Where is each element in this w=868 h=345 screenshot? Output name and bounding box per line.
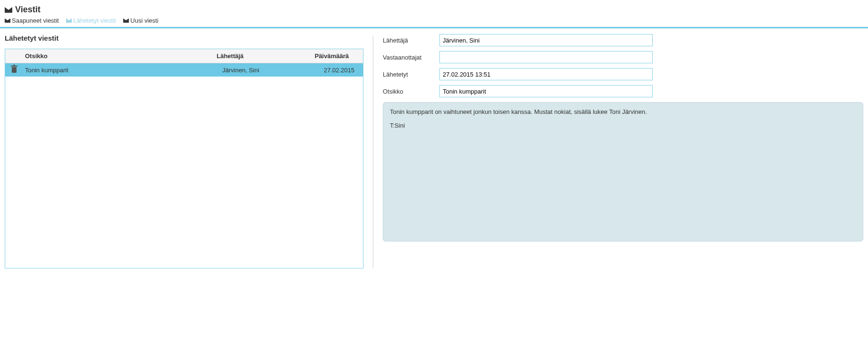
label-sent: Lähetetyt bbox=[383, 71, 439, 78]
col-sender[interactable]: Lähettäjä bbox=[217, 52, 302, 60]
main-area: Lähetetyt viestit Otsikko Lähettäjä Päiv… bbox=[0, 28, 868, 274]
tab-sent[interactable]: Lähetetyt viestit bbox=[66, 17, 116, 24]
label-subject: Otsikko bbox=[383, 88, 439, 95]
subject-field[interactable] bbox=[439, 85, 653, 97]
label-recipients: Vastaanottajat bbox=[383, 54, 439, 61]
envelope-icon bbox=[5, 7, 12, 13]
col-subject[interactable]: Otsikko bbox=[23, 52, 217, 60]
envelope-icon bbox=[66, 18, 72, 23]
label-sender: Lähettäjä bbox=[383, 37, 439, 44]
list-header: Otsikko Lähettäjä Päivämäärä bbox=[5, 49, 363, 63]
tabs-bar: Saapuneet viestit Lähetetyt viestit Uusi… bbox=[0, 17, 868, 28]
message-line: T:Sini bbox=[390, 122, 856, 129]
detail-row-recipients: Vastaanottajat bbox=[383, 51, 863, 63]
trash-icon bbox=[12, 67, 17, 73]
tab-inbox[interactable]: Saapuneet viestit bbox=[5, 17, 59, 24]
message-list-panel: Lähetetyt viestit Otsikko Lähettäjä Päiv… bbox=[5, 34, 363, 268]
detail-row-sent: Lähetetyt bbox=[383, 68, 863, 80]
detail-row-subject: Otsikko bbox=[383, 85, 863, 97]
row-subject: Tonin kumpparit bbox=[23, 67, 222, 74]
sender-field[interactable] bbox=[439, 34, 653, 46]
col-date[interactable]: Päivämäärä bbox=[302, 52, 363, 60]
tab-label: Lähetetyt viestit bbox=[73, 17, 116, 24]
row-sender: Järvinen, Sini bbox=[222, 67, 307, 74]
envelope-icon bbox=[123, 18, 129, 23]
detail-row-sender: Lähettäjä bbox=[383, 34, 863, 46]
envelope-icon bbox=[5, 18, 10, 23]
tab-label: Saapuneet viestit bbox=[12, 17, 59, 24]
list-body[interactable]: Tonin kumpparit Järvinen, Sini 27.02.201… bbox=[5, 63, 363, 268]
message-body: Tonin kumpparit on vaihtuneet jonkun toi… bbox=[383, 102, 863, 242]
vertical-divider bbox=[373, 36, 373, 268]
page-header: Viestit bbox=[0, 0, 868, 17]
tab-label: Uusi viesti bbox=[130, 17, 158, 24]
list-heading: Lähetetyt viestit bbox=[5, 34, 363, 44]
page-title: Viestit bbox=[15, 5, 41, 15]
tab-new[interactable]: Uusi viesti bbox=[123, 17, 158, 24]
message-detail-panel: Lähettäjä Vastaanottajat Lähetetyt Otsik… bbox=[383, 34, 863, 268]
list-wrapper: Otsikko Lähettäjä Päivämäärä Tonin kumpp… bbox=[5, 49, 363, 268]
message-line: Tonin kumpparit on vaihtuneet jonkun toi… bbox=[390, 108, 856, 115]
recipients-field[interactable] bbox=[439, 51, 653, 63]
sent-field[interactable] bbox=[439, 68, 653, 80]
table-row[interactable]: Tonin kumpparit Järvinen, Sini 27.02.201… bbox=[5, 63, 363, 77]
delete-button[interactable] bbox=[5, 67, 23, 73]
row-date: 27.02.2015 bbox=[307, 67, 363, 74]
